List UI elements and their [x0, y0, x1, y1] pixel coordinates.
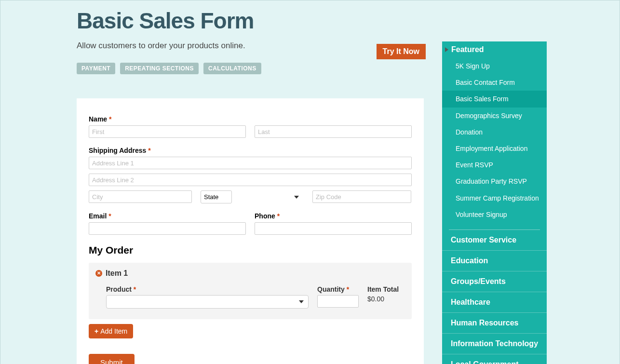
- sidebar: Featured 5K Sign UpBasic Contact FormBas…: [442, 41, 547, 364]
- sidebar-item-link[interactable]: Employment Application: [442, 140, 547, 157]
- sidebar-item-graduation-party-rsvp[interactable]: Graduation Party RSVP: [442, 173, 547, 189]
- shipping-address-label: Shipping Address *: [89, 147, 412, 154]
- sidebar-category-groups-events[interactable]: Groups/Events: [442, 271, 547, 292]
- sidebar-item-5k-sign-up[interactable]: 5K Sign Up: [442, 58, 547, 74]
- try-it-now-button[interactable]: Try It Now: [377, 44, 426, 59]
- add-item-button[interactable]: + Add Item: [89, 324, 133, 338]
- plus-icon: +: [94, 327, 98, 335]
- tag-repeating-sections[interactable]: REPEATING SECTIONS: [120, 63, 199, 74]
- email-field[interactable]: [89, 222, 246, 235]
- quantity-field[interactable]: [317, 295, 359, 308]
- sidebar-item-link[interactable]: Donation: [442, 124, 547, 140]
- sidebar-item-basic-sales-form[interactable]: Basic Sales Form: [442, 91, 547, 107]
- first-name-field[interactable]: [89, 125, 246, 138]
- sidebar-item-event-rsvp[interactable]: Event RSVP: [442, 157, 547, 173]
- page-title: Basic Sales Form: [77, 8, 429, 34]
- state-select[interactable]: State: [201, 190, 232, 203]
- sidebar-item-link[interactable]: Graduation Party RSVP: [442, 173, 547, 189]
- email-label: Email *: [89, 212, 246, 220]
- city-field[interactable]: [89, 190, 192, 203]
- tag-row: PAYMENT REPEATING SECTIONS CALCULATIONS: [77, 63, 429, 74]
- address-line-2-field[interactable]: [89, 174, 412, 186]
- form-card: Name * Shipping Address *: [77, 98, 424, 364]
- sidebar-item-summer-camp-registration[interactable]: Summer Camp Registration: [442, 190, 547, 206]
- sidebar-category-education[interactable]: Education: [442, 250, 547, 271]
- tag-payment[interactable]: PAYMENT: [77, 63, 115, 74]
- chevron-right-icon: [445, 47, 448, 52]
- phone-field[interactable]: [255, 222, 412, 235]
- last-name-field[interactable]: [255, 125, 412, 138]
- item-total-value: $0.00: [367, 295, 405, 303]
- item-title: Item 1: [106, 269, 128, 278]
- item-total-label: Item Total: [367, 285, 405, 293]
- zip-code-field[interactable]: [312, 190, 411, 203]
- address-line-1-field[interactable]: [89, 157, 412, 169]
- main-content: Basic Sales Form Allow customers to orde…: [77, 0, 429, 364]
- sidebar-item-link[interactable]: Basic Sales Form: [442, 91, 547, 107]
- sidebar-item-employment-application[interactable]: Employment Application: [442, 140, 547, 157]
- sidebar-item-basic-contact-form[interactable]: Basic Contact Form: [442, 74, 547, 91]
- phone-label: Phone *: [255, 212, 412, 220]
- sidebar-item-link[interactable]: Event RSVP: [442, 157, 547, 173]
- sidebar-item-link[interactable]: Summer Camp Registration: [442, 190, 547, 206]
- sidebar-category-information-technology[interactable]: Information Technology: [442, 333, 547, 354]
- sidebar-featured-header[interactable]: Featured: [442, 41, 547, 58]
- sidebar-category-human-resources[interactable]: Human Resources: [442, 312, 547, 333]
- sidebar-item-link[interactable]: Volunteer Signup: [442, 206, 547, 223]
- product-label: Product *: [106, 285, 309, 293]
- page-description: Allow customers to order your products o…: [77, 41, 429, 51]
- sidebar-category-local-government[interactable]: Local Government: [442, 354, 547, 364]
- sidebar-category-customer-service[interactable]: Customer Service: [442, 230, 547, 250]
- quantity-label: Quantity *: [317, 285, 359, 293]
- my-order-heading: My Order: [89, 244, 412, 256]
- sidebar-item-volunteer-signup[interactable]: Volunteer Signup: [442, 206, 547, 223]
- sidebar-item-link[interactable]: 5K Sign Up: [442, 58, 547, 74]
- remove-item-icon[interactable]: ✕: [95, 270, 102, 277]
- name-label: Name *: [89, 115, 412, 123]
- product-select[interactable]: [106, 295, 309, 309]
- order-item-row: ✕ Item 1 Product * Quantity *: [89, 263, 412, 319]
- sidebar-item-link[interactable]: Basic Contact Form: [442, 74, 547, 91]
- sidebar-item-link[interactable]: Demographics Survey: [442, 108, 547, 124]
- submit-button[interactable]: Submit: [89, 354, 135, 364]
- sidebar-item-demographics-survey[interactable]: Demographics Survey: [442, 108, 547, 124]
- sidebar-category-healthcare[interactable]: Healthcare: [442, 292, 547, 312]
- tag-calculations[interactable]: CALCULATIONS: [203, 63, 261, 74]
- sidebar-item-donation[interactable]: Donation: [442, 124, 547, 140]
